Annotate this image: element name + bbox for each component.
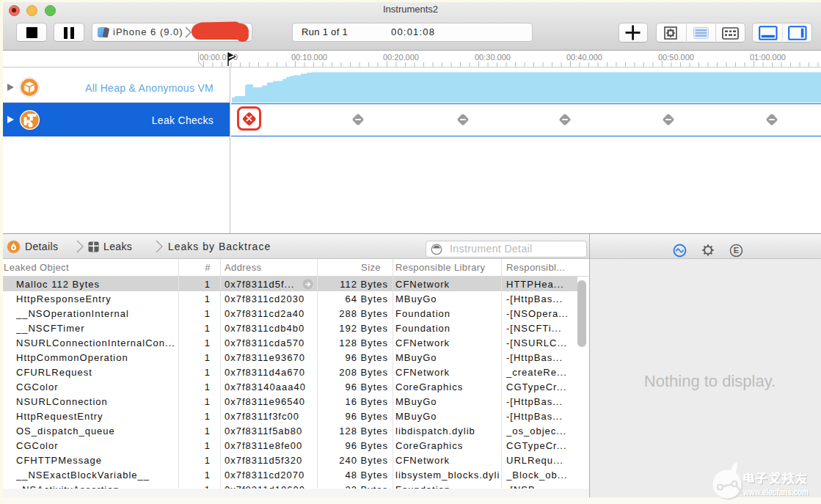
svg-text:E: E — [734, 246, 739, 255]
svg-text:00:50.000: 00:50.000 — [658, 53, 694, 62]
svg-text:01:00.000: 01:00.000 — [750, 53, 786, 62]
svg-text:www.elecfans.com: www.elecfans.com — [742, 487, 809, 497]
svg-text:00:40.000: 00:40.000 — [566, 53, 602, 62]
svg-text:00:20.000: 00:20.000 — [383, 53, 419, 62]
svg-text:00:30.000: 00:30.000 — [475, 53, 511, 62]
svg-text:00:10.000: 00:10.000 — [291, 53, 327, 62]
